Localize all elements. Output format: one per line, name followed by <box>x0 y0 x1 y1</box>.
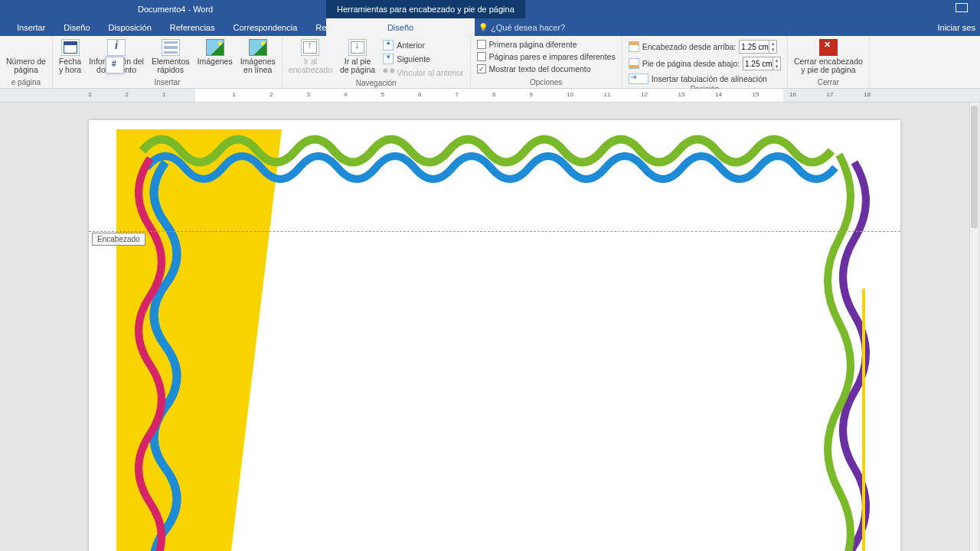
group-label-close: Cerrar <box>818 78 839 88</box>
online-pictures-button[interactable]: Imágenes en línea <box>237 37 279 76</box>
page-number-icon <box>106 57 124 73</box>
header-boundary-line <box>89 231 900 232</box>
pictures-button[interactable]: Imágenes <box>194 37 236 67</box>
group-label-options: Opciones <box>530 78 562 88</box>
spin-down-icon[interactable]: ▼ <box>769 47 776 53</box>
page-number-button[interactable]: Número de página <box>3 37 49 76</box>
spin-up-icon[interactable]: ▲ <box>769 41 776 47</box>
header-distance-icon <box>629 41 639 52</box>
group-close: Cerrar encabezado y pie de página Cerrar <box>788 36 870 88</box>
group-label-insert: Insertar <box>154 78 180 88</box>
quick-parts-icon <box>162 39 180 56</box>
previous-button[interactable]: Anterior <box>380 39 466 51</box>
page[interactable]: Encabezado <box>89 120 900 551</box>
group-label-navigation: Navegación <box>356 79 397 89</box>
decorative-border <box>89 120 900 551</box>
spin-down-icon[interactable]: ▼ <box>773 64 780 70</box>
tab-referencias[interactable]: Referencias <box>161 18 224 36</box>
link-icon <box>383 67 394 78</box>
info-icon <box>107 39 126 56</box>
document-title: Documento4 - Word <box>138 5 213 14</box>
goto-footer-icon <box>348 39 367 56</box>
tab-correspondencia[interactable]: Correspondencia <box>224 18 307 36</box>
close-header-footer-button[interactable]: Cerrar encabezado y pie de página <box>791 37 866 76</box>
window-restore-icon[interactable] <box>956 3 968 12</box>
tab-insertar[interactable]: Insertar <box>8 18 54 36</box>
footer-from-bottom-input[interactable]: ▲▼ <box>743 57 781 70</box>
group-left-partial: Número de página e página <box>0 36 53 88</box>
header-from-top-row: Encabezado desde arriba:▲▼ <box>626 39 784 54</box>
title-bar: Documento4 - Word Herramientas para enca… <box>0 0 980 18</box>
link-to-previous-button[interactable]: Vincular al anterior <box>380 67 466 79</box>
next-icon <box>383 54 394 64</box>
insert-alignment-tab-button[interactable]: Insertar tabulación de alineación <box>626 73 784 85</box>
tab-context-diseno[interactable]: Diseño <box>326 18 475 36</box>
spin-up-icon[interactable]: ▲ <box>773 57 780 64</box>
header-tag[interactable]: Encabezado <box>92 233 145 246</box>
group-options: Primera página diferente Páginas pares e… <box>471 36 622 88</box>
horizontal-ruler[interactable]: 321123456789101112131415161718 <box>0 89 980 103</box>
calendar-icon <box>61 39 80 56</box>
ribbon: Número de página e página Fecha y hora I… <box>0 36 980 89</box>
tab-icon <box>629 73 648 84</box>
next-button[interactable]: Siguiente <box>380 53 466 65</box>
quick-parts-button[interactable]: Elementos rápidos <box>149 37 193 76</box>
goto-header-button[interactable]: Ir al encabezado <box>286 37 335 76</box>
group-position: Encabezado desde arriba:▲▼ Pie de página… <box>622 36 788 88</box>
close-icon <box>819 39 838 56</box>
lightbulb-icon: 💡 <box>479 23 488 31</box>
checkbox-icon <box>477 52 486 61</box>
checkbox-icon <box>477 40 486 49</box>
footer-distance-icon <box>629 58 639 69</box>
footer-from-bottom-row: Pie de página desde abajo:▲▼ <box>626 56 784 71</box>
contextual-tab-title: Herramientas para encabezado y pie de pá… <box>326 0 525 18</box>
date-time-button[interactable]: Fecha y hora <box>56 37 84 76</box>
tab-diseno[interactable]: Diseño <box>54 18 99 36</box>
contextual-tab-section: Diseño <box>326 18 475 36</box>
group-navigation: Ir al encabezado Ir al pie de página Ant… <box>283 36 471 88</box>
tab-bar: Insertar Diseño Disposición Referencias … <box>0 18 980 36</box>
header-from-top-input[interactable]: ▲▼ <box>739 40 777 54</box>
different-odd-even-checkbox[interactable]: Páginas pares e impares diferentes <box>474 51 619 62</box>
different-first-page-checkbox[interactable]: Primera página diferente <box>474 39 619 50</box>
checkbox-checked-icon: ✓ <box>477 64 486 73</box>
document-area: Encabezado <box>0 103 980 551</box>
scrollbar-thumb[interactable] <box>971 106 978 228</box>
tell-me-placeholder: ¿Qué desea hacer? <box>491 23 565 32</box>
goto-header-icon <box>301 39 319 56</box>
vertical-scrollbar[interactable] <box>969 103 978 551</box>
tab-disposicion[interactable]: Disposición <box>100 18 161 36</box>
show-document-text-checkbox[interactable]: ✓Mostrar texto del documento <box>474 64 619 74</box>
pictures-icon <box>206 39 224 56</box>
previous-icon <box>383 40 394 51</box>
goto-footer-button[interactable]: Ir al pie de página <box>337 37 378 76</box>
group-label-epagina: e página <box>11 78 41 88</box>
sign-in-link[interactable]: Iniciar ses <box>937 23 975 32</box>
tell-me-search[interactable]: 💡 ¿Qué desea hacer? <box>479 23 565 32</box>
online-pictures-icon <box>249 39 267 56</box>
group-insert: Fecha y hora Información del documento E… <box>53 36 283 88</box>
